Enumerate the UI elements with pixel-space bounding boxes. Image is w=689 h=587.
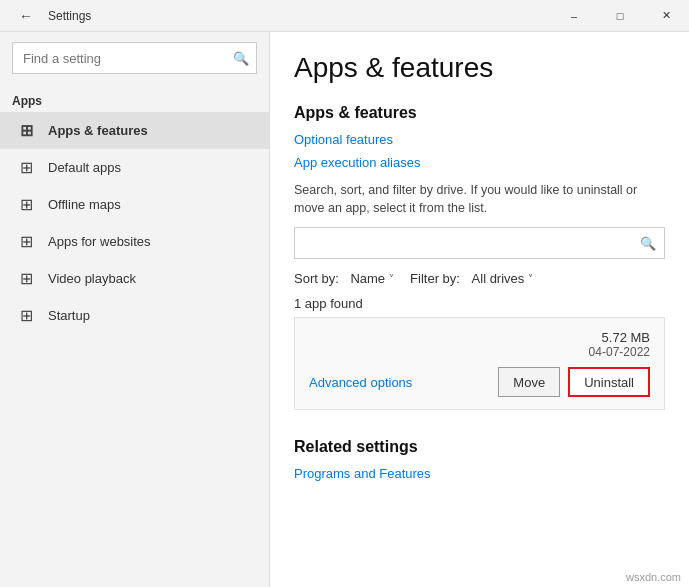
sidebar-item-offline-maps-label: Offline maps bbox=[48, 197, 121, 212]
optional-features-link[interactable]: Optional features bbox=[294, 132, 665, 147]
main-layout: 🔍 Apps ⊞ Apps & features ⊞ Default apps … bbox=[0, 32, 689, 587]
app-card: 5.72 MB 04-07-2022 Advanced options Move… bbox=[294, 317, 665, 410]
sidebar-item-offline-maps[interactable]: ⊞ Offline maps bbox=[0, 186, 269, 223]
related-settings-section: Related settings Programs and Features bbox=[294, 438, 665, 481]
sidebar: 🔍 Apps ⊞ Apps & features ⊞ Default apps … bbox=[0, 32, 270, 587]
sidebar-item-video-playback-label: Video playback bbox=[48, 271, 136, 286]
apps-websites-icon: ⊞ bbox=[16, 232, 36, 251]
app-search-box[interactable]: 🔍 bbox=[294, 227, 665, 259]
offline-maps-icon: ⊞ bbox=[16, 195, 36, 214]
page-title: Apps & features bbox=[294, 52, 665, 84]
filter-row: Sort by: Name ˅ Filter by: All drives ˅ bbox=[294, 271, 665, 286]
watermark: wsxdn.com bbox=[626, 571, 681, 583]
advanced-options-link[interactable]: Advanced options bbox=[309, 375, 412, 390]
sidebar-item-apps-features[interactable]: ⊞ Apps & features bbox=[0, 112, 269, 149]
sidebar-item-apps-websites-label: Apps for websites bbox=[48, 234, 151, 249]
startup-icon: ⊞ bbox=[16, 306, 36, 325]
app-execution-aliases-link[interactable]: App execution aliases bbox=[294, 155, 665, 170]
app-card-header: 5.72 MB 04-07-2022 bbox=[309, 330, 650, 359]
uninstall-button[interactable]: Uninstall bbox=[568, 367, 650, 397]
move-button[interactable]: Move bbox=[498, 367, 560, 397]
sidebar-search-container: 🔍 bbox=[12, 42, 257, 74]
sidebar-item-default-apps-label: Default apps bbox=[48, 160, 121, 175]
maximize-button[interactable]: □ bbox=[597, 0, 643, 32]
search-input[interactable] bbox=[12, 42, 257, 74]
sort-label: Sort by: bbox=[294, 271, 339, 286]
filter-selector[interactable]: Filter by: All drives ˅ bbox=[410, 271, 533, 286]
app-search-icon: 🔍 bbox=[640, 236, 656, 251]
apps-features-icon: ⊞ bbox=[16, 121, 36, 140]
app-card-buttons: Move Uninstall bbox=[498, 367, 650, 397]
sidebar-category: Apps bbox=[0, 88, 269, 112]
app-search-input[interactable] bbox=[303, 236, 640, 251]
programs-and-features-link[interactable]: Programs and Features bbox=[294, 466, 665, 481]
related-settings-title: Related settings bbox=[294, 438, 665, 456]
video-playback-icon: ⊞ bbox=[16, 269, 36, 288]
app-card-meta: 5.72 MB 04-07-2022 bbox=[589, 330, 650, 359]
sidebar-item-default-apps[interactable]: ⊞ Default apps bbox=[0, 149, 269, 186]
sidebar-item-apps-websites[interactable]: ⊞ Apps for websites bbox=[0, 223, 269, 260]
sort-chevron-icon: ˅ bbox=[389, 273, 394, 284]
search-icon: 🔍 bbox=[233, 51, 249, 66]
close-button[interactable]: ✕ bbox=[643, 0, 689, 32]
titlebar-title: Settings bbox=[48, 9, 91, 23]
titlebar-left: ← Settings bbox=[12, 2, 91, 30]
sidebar-item-startup-label: Startup bbox=[48, 308, 90, 323]
sidebar-item-startup[interactable]: ⊞ Startup bbox=[0, 297, 269, 334]
sort-selector[interactable]: Sort by: Name ˅ bbox=[294, 271, 394, 286]
titlebar-controls: – □ ✕ bbox=[551, 0, 689, 32]
sidebar-item-video-playback[interactable]: ⊞ Video playback bbox=[0, 260, 269, 297]
default-apps-icon: ⊞ bbox=[16, 158, 36, 177]
filter-label: Filter by: bbox=[410, 271, 460, 286]
content-area: Apps & features Apps & features Optional… bbox=[270, 32, 689, 587]
sidebar-item-apps-features-label: Apps & features bbox=[48, 123, 148, 138]
section-title: Apps & features bbox=[294, 104, 665, 122]
filter-value: All drives bbox=[472, 271, 525, 286]
app-count: 1 app found bbox=[294, 296, 665, 311]
app-card-actions: Advanced options Move Uninstall bbox=[309, 367, 650, 397]
content-description: Search, sort, and filter by drive. If yo… bbox=[294, 182, 665, 217]
minimize-button[interactable]: – bbox=[551, 0, 597, 32]
app-date: 04-07-2022 bbox=[589, 345, 650, 359]
titlebar: ← Settings – □ ✕ bbox=[0, 0, 689, 32]
app-size: 5.72 MB bbox=[589, 330, 650, 345]
filter-chevron-icon: ˅ bbox=[528, 273, 533, 284]
sort-value: Name bbox=[350, 271, 385, 286]
back-button[interactable]: ← bbox=[12, 2, 40, 30]
